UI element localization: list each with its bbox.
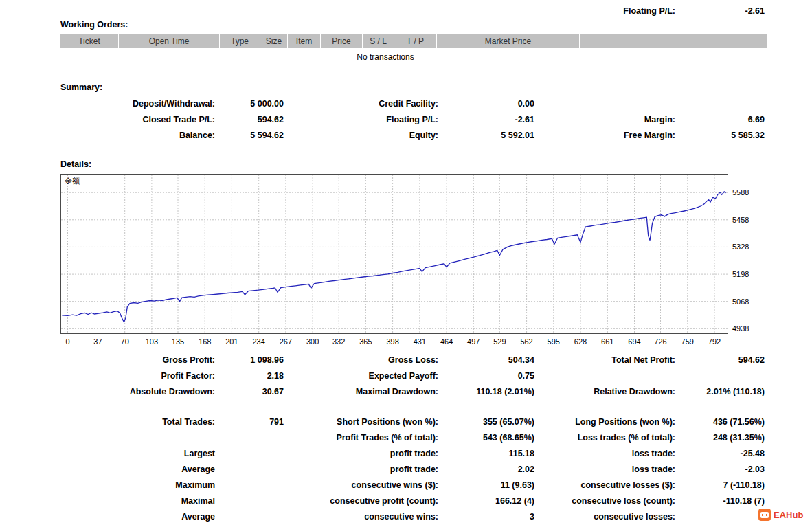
column-header-tp: T / P <box>394 34 436 48</box>
x-axis-tick-label: 694 <box>620 337 648 346</box>
stat-label: consecutive losses ($): <box>534 480 675 490</box>
stat-label: Closed Trade P/L: <box>60 115 215 124</box>
stat-value: 166.12 (4) <box>438 496 534 506</box>
column-header-size: Size <box>260 34 287 48</box>
stat-label: Average <box>60 512 215 522</box>
y-axis-tick-label: 5328 <box>732 243 749 251</box>
stat-value: 248 (31.35%) <box>675 433 765 443</box>
stat-label: Gross Profit: <box>60 355 215 365</box>
stat-value: 594.62 <box>215 115 284 124</box>
stat-value: 355 (65.07%) <box>438 417 534 427</box>
x-axis-tick-label: 267 <box>272 337 300 346</box>
stat-value: 0.75 <box>438 371 534 381</box>
working-orders-header: Ticket Open Time Type Size Item Price S … <box>60 34 767 48</box>
stats-row: Average profit trade: 2.02 loss trade: -… <box>60 461 765 477</box>
stat-label: Long Positions (won %): <box>534 417 675 427</box>
stat-value: 543 (68.65%) <box>438 433 534 443</box>
column-header-item: Item <box>288 34 320 48</box>
stat-value: 3 <box>438 512 534 522</box>
stat-value: 5 585.32 <box>675 131 765 140</box>
x-axis-tick-label: 201 <box>218 337 245 346</box>
stat-value: 7 (-110.18) <box>675 480 765 490</box>
report-content: Floating P/L: -2.61 Working Orders: Tick… <box>60 0 767 525</box>
eahub-label: EAHub <box>774 510 803 520</box>
stat-label: consecutive wins ($): <box>284 480 438 490</box>
x-axis-tick-label: 332 <box>325 337 352 346</box>
column-header-open-time: Open Time <box>119 34 219 48</box>
stat-value: 0.00 <box>438 99 534 109</box>
floating-pl-value: -2.61 <box>675 6 765 16</box>
x-axis-tick-label: 398 <box>379 337 407 346</box>
x-axis-tick-label: 562 <box>513 337 541 346</box>
stat-label: Average <box>60 465 215 474</box>
column-header-type: Type <box>220 34 260 48</box>
stat-value: 2.01% (110.18) <box>675 387 765 396</box>
x-axis-tick-label: 168 <box>191 337 218 346</box>
stats-row: Absolute Drawdown: 30.67 Maximal Drawdow… <box>60 383 765 399</box>
summary-row: Closed Trade P/L: 594.62 Floating P/L: -… <box>60 111 765 127</box>
x-axis-tick-label: 70 <box>111 337 139 346</box>
x-axis-tick-label: 103 <box>138 337 166 346</box>
y-axis-tick-label: 5458 <box>732 216 749 224</box>
column-header-sl: S / L <box>363 34 394 48</box>
column-header-price: Price <box>321 34 362 48</box>
stat-label: profit trade: <box>284 465 438 474</box>
stat-label: Maximal Drawdown: <box>284 387 438 396</box>
stat-value: 436 (71.56%) <box>675 417 765 427</box>
x-axis-tick-label: 497 <box>460 337 487 346</box>
stats-row: Profit Trades (% of total): 543 (68.65%)… <box>60 429 765 445</box>
x-axis-tick-label: 759 <box>674 337 701 346</box>
stat-label: Deposit/Withdrawal: <box>60 99 215 109</box>
column-header-spacer <box>580 34 767 48</box>
x-axis-tick-label: 234 <box>245 337 273 346</box>
x-axis-tick-label: 529 <box>486 337 513 346</box>
details-title: Details: <box>60 159 91 169</box>
balance-chart-area: 余额 5588545853285198506849380377010313516… <box>60 174 767 350</box>
stat-label: Maximal <box>60 496 215 506</box>
stat-label: Maximum <box>60 480 215 490</box>
stat-label: Largest <box>60 449 215 458</box>
stat-value: 2 <box>675 512 765 522</box>
stat-label: consecutive wins: <box>284 512 438 522</box>
stat-value: 2.18 <box>215 371 284 381</box>
x-axis-tick-label: 135 <box>164 337 192 346</box>
stats-row: Profit Factor: 2.18 Expected Payoff: 0.7… <box>60 368 765 383</box>
stat-label: Expected Payoff: <box>284 371 438 381</box>
x-axis-tick-label: 300 <box>299 337 326 346</box>
stat-value: 594.62 <box>675 355 765 365</box>
y-axis-tick-label: 5588 <box>732 188 749 197</box>
column-header-market-price: Market Price <box>437 34 579 48</box>
x-axis-tick-label: 0 <box>54 337 82 346</box>
stat-label: consecutive loss (count): <box>534 496 675 506</box>
stat-value: -2.03 <box>675 465 765 474</box>
stat-value: 1 098.96 <box>215 355 284 365</box>
stat-label: Short Positions (won %): <box>284 417 438 427</box>
eahub-face-icon <box>760 512 769 518</box>
account-statement-report: Floating P/L: -2.61 Working Orders: Tick… <box>0 0 812 525</box>
stat-label: loss trade: <box>534 449 675 458</box>
summary-title: Summary: <box>60 82 102 92</box>
working-orders-title: Working Orders: <box>60 20 128 30</box>
stat-label: Floating P/L: <box>284 115 438 124</box>
stat-value: -25.48 <box>675 449 765 458</box>
y-axis-tick-label: 4938 <box>732 324 749 333</box>
stat-value: -110.18 (7) <box>675 496 765 506</box>
x-axis-tick-label: 595 <box>540 337 567 346</box>
stat-value: 5 594.62 <box>215 131 284 140</box>
y-axis-tick-label: 5198 <box>732 270 749 278</box>
stat-label: Total Trades: <box>60 417 215 427</box>
stat-label: Balance: <box>60 131 215 140</box>
floating-pl-row: Floating P/L: -2.61 <box>60 3 765 19</box>
stat-label: profit trade: <box>284 449 438 458</box>
stat-label: Relative Drawdown: <box>534 387 675 396</box>
x-axis-tick-label: 792 <box>701 337 728 346</box>
stat-label: Free Margin: <box>534 131 675 140</box>
stat-label: Credit Facility: <box>284 99 438 109</box>
eahub-logo[interactable]: EAHub <box>758 509 803 521</box>
stat-value: 2.02 <box>438 465 534 474</box>
summary-row: Deposit/Withdrawal: 5 000.00 Credit Faci… <box>60 96 765 111</box>
stat-label: Loss trades (% of total): <box>534 433 675 443</box>
stat-label: Profit Factor: <box>60 371 215 381</box>
stat-label: loss trade: <box>534 465 675 474</box>
x-axis-tick-label: 37 <box>84 337 111 346</box>
